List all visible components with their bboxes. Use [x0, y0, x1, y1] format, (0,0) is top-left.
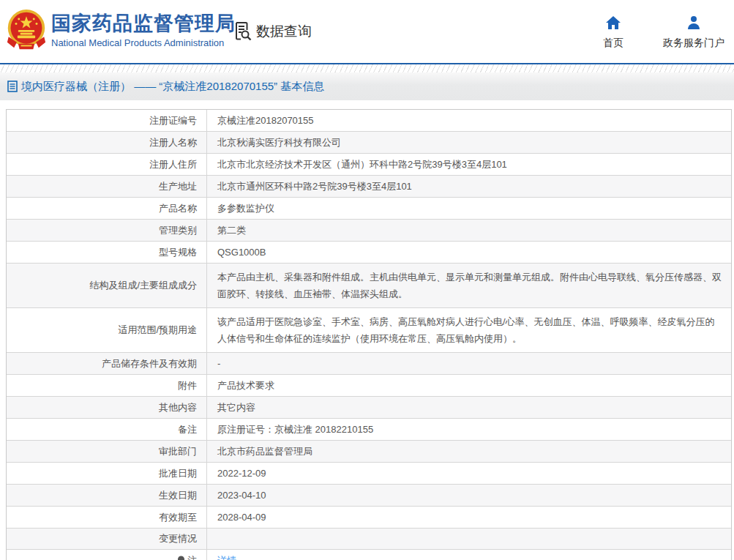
- row-label-text: 批准日期: [159, 467, 197, 480]
- row-label: 批准日期: [7, 463, 207, 484]
- top-navigation: 首页 政务服务门户: [573, 13, 734, 50]
- row-label: 有效期至: [7, 507, 207, 528]
- brand-block: 国家药品监督管理局 National Medical Products Admi…: [51, 12, 236, 48]
- row-value: 多参数监护仪: [207, 198, 731, 219]
- row-value: 京械注准20182070155: [207, 110, 731, 131]
- row-label-text: 产品名称: [159, 202, 197, 215]
- row-label-text: 生效日期: [159, 489, 197, 502]
- row-value: 北京市药品监督管理局: [207, 441, 731, 462]
- table-row: 审批部门 北京市药品监督管理局: [7, 440, 731, 462]
- row-label-text: 管理类别: [159, 224, 197, 237]
- page-title: 境内医疗器械（注册） —— “京械注准20182070155” 基本信息: [21, 80, 324, 94]
- row-value: 其它内容: [207, 397, 731, 418]
- row-label-text: 生产地址: [159, 180, 197, 193]
- row-value: -: [207, 353, 731, 374]
- row-label-text: 审批部门: [159, 445, 197, 458]
- document-search-icon: [233, 21, 252, 41]
- table-row: 附件 产品技术要求: [7, 374, 731, 396]
- row-label-text: 注册人住所: [149, 158, 197, 171]
- table-row: 生产地址 北京市通州区环科中路2号院39号楼3至4层101: [7, 175, 731, 197]
- page: 国家药品监督管理局 National Medical Products Admi…: [0, 0, 734, 560]
- table-row: 管理类别 第二类: [7, 219, 731, 241]
- row-label: 产品名称: [7, 198, 207, 219]
- data-query-entry[interactable]: 数据查询: [233, 21, 312, 41]
- row-value: 第二类: [207, 220, 731, 241]
- list-icon: [7, 81, 18, 92]
- row-label: 变更情况: [7, 529, 207, 549]
- nav-home[interactable]: 首页: [573, 13, 654, 50]
- row-label: 其他内容: [7, 397, 207, 418]
- row-value: 北京市北京经济技术开发区（通州）环科中路2号院39号楼3至4层101: [207, 154, 731, 175]
- nav-gov-portal-label: 政务服务门户: [654, 37, 734, 50]
- nav-home-label: 首页: [573, 37, 654, 50]
- row-label-text: 附件: [178, 379, 197, 392]
- row-label: 产品储存条件及有效期: [7, 353, 207, 374]
- row-value: 产品技术要求: [207, 375, 731, 396]
- row-label: 注: [7, 550, 207, 560]
- row-label: 生效日期: [7, 485, 207, 506]
- row-label-text: 产品储存条件及有效期: [102, 357, 197, 370]
- hatched-strip: [0, 64, 734, 72]
- table-row: 注册人住所 北京市北京经济技术开发区（通州）环科中路2号院39号楼3至4层101: [7, 153, 731, 175]
- row-value: 2023-04-10: [207, 485, 731, 506]
- row-label: 型号规格: [7, 242, 207, 263]
- row-label-text: 型号规格: [159, 246, 197, 259]
- data-query-label: 数据查询: [256, 22, 312, 41]
- row-label-text: 有效期至: [159, 511, 197, 524]
- detail-link[interactable]: 详情: [217, 553, 236, 560]
- row-label-text: 注册人名称: [149, 136, 197, 149]
- note-icon: [177, 556, 185, 560]
- row-label: 备注: [7, 419, 207, 440]
- row-label-text: 其他内容: [159, 401, 197, 414]
- table-row: 注 详情: [7, 549, 731, 560]
- row-value: 北京秋满实医疗科技有限公司: [207, 132, 731, 153]
- table-row: 注册证编号 京械注准20182070155: [7, 110, 731, 131]
- row-label-text: 适用范围/预期用途: [118, 324, 197, 337]
- table-row: 结构及组成/主要组成成分 本产品由主机、采集器和附件组成。主机由供电单元、显示单…: [7, 263, 731, 307]
- row-label-text: 变更情况: [159, 532, 197, 545]
- row-label: 生产地址: [7, 176, 207, 197]
- breadcrumb: 境内医疗器械（注册） —— “京械注准20182070155” 基本信息: [7, 80, 324, 94]
- row-label-text: 注: [187, 554, 197, 560]
- table-row: 适用范围/预期用途 该产品适用于医院急诊室、手术室、病房、高压氧舱对病人进行心电…: [7, 307, 731, 352]
- table-row: 注册人名称 北京秋满实医疗科技有限公司: [7, 131, 731, 153]
- table-row: 批准日期 2022-12-09: [7, 462, 731, 484]
- row-value: [207, 529, 731, 549]
- table-row: 产品储存条件及有效期 -: [7, 352, 731, 374]
- person-icon: [685, 14, 703, 31]
- table-row: 产品名称 多参数监护仪: [7, 197, 731, 219]
- row-label: 注册证编号: [7, 110, 207, 131]
- row-value: 2022-12-09: [207, 463, 731, 484]
- row-label-text: 注册证编号: [149, 114, 197, 127]
- row-value: 该产品适用于医院急诊室、手术室、病房、高压氧舱对病人进行心电/心率、无创血压、体…: [207, 308, 731, 352]
- table-row: 有效期至 2028-04-09: [7, 506, 731, 528]
- table-row: 其他内容 其它内容: [7, 396, 731, 418]
- row-label: 审批部门: [7, 441, 207, 462]
- national-emblem-logo: [6, 8, 47, 52]
- row-label: 结构及组成/主要组成成分: [7, 264, 207, 307]
- row-label: 管理类别: [7, 220, 207, 241]
- table-row: 生效日期 2023-04-10: [7, 484, 731, 506]
- nav-gov-portal[interactable]: 政务服务门户: [654, 13, 734, 50]
- table-row: 备注 原注册证号：京械注准 20182210155: [7, 418, 731, 440]
- row-value: 北京市通州区环科中路2号院39号楼3至4层101: [207, 176, 731, 197]
- row-value: 本产品由主机、采集器和附件组成。主机由供电单元、显示单元和测量单元组成。附件由心…: [207, 264, 731, 307]
- row-value: 2028-04-09: [207, 507, 731, 528]
- row-label: 注册人住所: [7, 154, 207, 175]
- row-value: QSG1000B: [207, 242, 731, 263]
- table-row: 型号规格 QSG1000B: [7, 241, 731, 263]
- registration-info-table: 注册证编号 京械注准20182070155 注册人名称 北京秋满实医疗科技有限公…: [6, 109, 732, 560]
- row-label-text: 备注: [178, 423, 197, 436]
- site-title-en: National Medical Products Administration: [51, 37, 236, 48]
- table-row: 变更情况: [7, 528, 731, 549]
- row-label-text: 结构及组成/主要组成成分: [89, 279, 197, 292]
- header: 国家药品监督管理局 National Medical Products Admi…: [0, 0, 734, 63]
- row-label: 附件: [7, 375, 207, 396]
- breadcrumb-band: 境内医疗器械（注册） —— “京械注准20182070155” 基本信息: [0, 72, 734, 100]
- row-label: 适用范围/预期用途: [7, 308, 207, 352]
- row-value: 原注册证号：京械注准 20182210155: [207, 419, 731, 440]
- site-title-cn: 国家药品监督管理局: [51, 12, 236, 35]
- home-icon: [604, 14, 622, 31]
- row-value: 详情: [207, 550, 731, 560]
- row-label: 注册人名称: [7, 132, 207, 153]
